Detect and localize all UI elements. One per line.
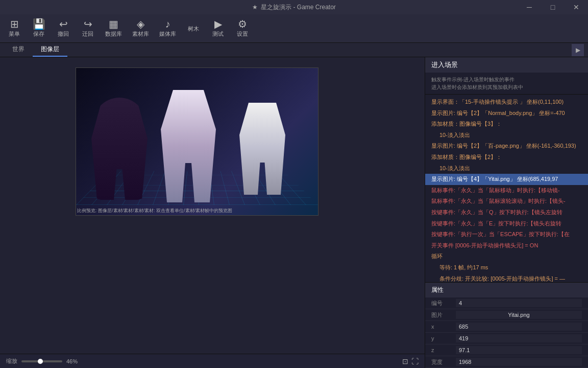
prop-label: 图片 xyxy=(431,311,456,319)
tab-arrow[interactable]: ▶ xyxy=(572,44,584,56)
toolbar-item-test[interactable]: ▶测试 xyxy=(206,17,230,40)
toolbar-label-db: 数据库 xyxy=(105,30,122,38)
toolbar-label-undo: 撤回 xyxy=(58,30,69,38)
toolbar-icon-assets: ◈ xyxy=(137,19,144,29)
zoom-bar: 缩放 46% ⊡ ⛶ xyxy=(0,354,425,368)
title-icon: ★ xyxy=(252,4,258,11)
prop-row-宽度: 宽度1968 xyxy=(425,356,588,368)
toolbar-label-assets: 素材库 xyxy=(132,30,149,38)
toolbar-item-settings[interactable]: ⚙设置 xyxy=(230,17,255,40)
event-item[interactable]: 添加材质：图像编号【3】： xyxy=(425,119,588,130)
event-item[interactable]: 循环 xyxy=(425,251,588,262)
zoom-fullscreen-icon[interactable]: ⛶ xyxy=(411,357,419,365)
scene-desc-line1: 触发事件示例-进入场景时触发的事件 xyxy=(431,76,582,83)
tab-bar: 世界 图像层 ▶ xyxy=(0,43,588,57)
toolbar-item-menu[interactable]: ⊞菜单 xyxy=(2,17,27,40)
prop-label: y xyxy=(431,335,456,341)
event-item[interactable]: 开关事件 [0006-开始手动操作镜头元] = ON xyxy=(425,240,588,251)
scene-desc-line2: 进入场景时会添加材质到其预加载列表中 xyxy=(431,83,582,91)
properties-header: 属性 xyxy=(425,283,588,297)
toolbar-label-test: 测试 xyxy=(212,30,224,38)
prop-label: z xyxy=(431,347,456,353)
prop-row-y: y419 xyxy=(425,333,588,344)
event-item[interactable]: 10-淡入淡出 xyxy=(425,163,588,174)
close-button[interactable]: ✕ xyxy=(565,0,588,14)
toolbar-icon-settings: ⚙ xyxy=(238,19,247,29)
prop-row-图片: 图片Yitai.png xyxy=(425,309,588,321)
event-item[interactable]: 10-淡入淡出 xyxy=(425,130,588,141)
preview-label: 比例预览: 图像层/素材/素材/素材/素材: 双击查看单位/素材/素材帧中的预览… xyxy=(77,208,317,214)
toolbar-item-redo[interactable]: ↪迁回 xyxy=(76,17,100,40)
event-item[interactable]: 显示图片: 编号【2】「百-page.png」 坐标(-161,-360,193… xyxy=(425,141,588,152)
toolbar-icon-save: 💾 xyxy=(33,19,45,29)
event-item[interactable]: 添加材质：图像编号【2】： xyxy=(425,152,588,163)
toolbar-item-undo[interactable]: ↩撤回 xyxy=(51,17,76,40)
preview-inner: 比例预览: 图像层/素材/素材/素材/素材: 双击查看单位/素材/素材帧中的预览… xyxy=(76,68,318,215)
window-title: 星之旋演示 - Game Creator xyxy=(261,3,336,12)
maximize-button[interactable]: □ xyxy=(541,0,565,14)
prop-label: 宽度 xyxy=(431,358,456,366)
toolbar-item-save[interactable]: 💾保存 xyxy=(27,17,51,40)
zoom-icons: ⊡ ⛶ xyxy=(402,357,419,365)
toolbar-label-media: 媒体库 xyxy=(159,30,176,38)
prop-value[interactable]: 97.1 xyxy=(456,346,582,354)
toolbar-label-menu: 菜单 xyxy=(9,30,20,38)
toolbar-icon-undo: ↩ xyxy=(59,19,68,29)
event-item[interactable]: 显示图片: 编号【2】「Normal_body.png」 坐标=-470 xyxy=(425,108,588,119)
event-item[interactable]: 按键事件:「执行一次」当「ESCAPE」按下时执行:【在 xyxy=(425,229,588,240)
main-area: 比例预览: 图像层/素材/素材/素材/素材: 双击查看单位/素材/素材帧中的预览… xyxy=(0,57,588,368)
canvas-background: 比例预览: 图像层/素材/素材/素材/素材: 双击查看单位/素材/素材帧中的预览… xyxy=(0,57,425,368)
events-list: 显示界面：「15-手动操作镜头提示 」 坐标(0,11,100)显示图片: 编号… xyxy=(425,95,588,282)
event-item[interactable]: 等待: 1 帧, 约17 ms xyxy=(425,262,588,273)
minimize-button[interactable]: ─ xyxy=(518,0,541,14)
zoom-percent: 46% xyxy=(66,358,78,364)
event-item[interactable]: 显示图片: 编号【4】「Yitai.png」 坐标(685,419,97 xyxy=(425,174,588,185)
scene-title: 进入场景 xyxy=(431,60,458,70)
prop-row-x: x685 xyxy=(425,321,588,333)
zoom-label: 缩放 xyxy=(6,357,17,365)
prop-label: x xyxy=(431,324,456,330)
window-controls: ─ □ ✕ xyxy=(518,0,588,14)
tab-image[interactable]: 图像层 xyxy=(33,43,67,57)
toolbar-item-tree[interactable]: 树木 xyxy=(181,22,206,35)
event-item[interactable]: 鼠标事件:「永久」当「鼠标滚轮滚动」时执行:【镜头- xyxy=(425,196,588,207)
scene-header: 进入场景 xyxy=(425,57,588,73)
prop-label: 编号 xyxy=(431,300,456,307)
event-item[interactable]: 显示界面：「15-手动操作镜头提示 」 坐标(0,11,100) xyxy=(425,97,588,108)
event-item[interactable]: 条件分歧: 开关比较: [0005-开始手动操作镜头] = — xyxy=(425,273,588,283)
prop-value[interactable]: 4 xyxy=(456,299,582,307)
prop-row-编号: 编号4 xyxy=(425,297,588,309)
toolbar: ⊞菜单💾保存↩撤回↪迁回▦数据库◈素材库♪媒体库树木▶测试⚙设置 xyxy=(0,14,588,43)
game-preview: 比例预览: 图像层/素材/素材/素材/素材: 双击查看单位/素材/素材帧中的预览… xyxy=(76,67,318,216)
toolbar-icon-db: ▦ xyxy=(109,19,118,29)
prop-value[interactable]: 1968 xyxy=(456,358,582,366)
toolbar-label-save: 保存 xyxy=(33,30,44,38)
toolbar-item-db[interactable]: ▦数据库 xyxy=(100,17,127,40)
toolbar-icon-test: ▶ xyxy=(214,19,222,29)
prop-value[interactable]: Yitai.png xyxy=(456,311,582,319)
zoom-slider[interactable] xyxy=(21,360,62,362)
toolbar-icon-media: ♪ xyxy=(165,19,170,29)
toolbar-label-redo: 迁回 xyxy=(82,30,93,38)
prop-value[interactable]: 419 xyxy=(456,334,582,342)
scene-description: 触发事件示例-进入场景时触发的事件 进入场景时会添加材质到其预加载列表中 xyxy=(425,73,588,95)
toolbar-item-assets[interactable]: ◈素材库 xyxy=(127,17,154,40)
zoom-fit-icon[interactable]: ⊡ xyxy=(402,357,408,365)
prop-value[interactable]: 685 xyxy=(456,323,582,331)
right-panel: 进入场景 触发事件示例-进入场景时触发的事件 进入场景时会添加材质到其预加载列表… xyxy=(425,57,588,368)
event-item[interactable]: 按键事件:「永久」当「E」按下时执行:【镜头右旋转 xyxy=(425,218,588,229)
tab-world[interactable]: 世界 xyxy=(4,43,33,57)
zoom-thumb[interactable] xyxy=(38,359,43,364)
prop-row-z: z97.1 xyxy=(425,344,588,356)
event-item[interactable]: 按键事件:「永久」当「Q」按下时执行:【镜头左旋转 xyxy=(425,207,588,218)
toolbar-label-settings: 设置 xyxy=(237,30,248,38)
title-bar: ★ 星之旋演示 - Game Creator ─ □ ✕ xyxy=(0,0,588,14)
toolbar-icon-menu: ⊞ xyxy=(10,19,19,29)
toolbar-item-media[interactable]: ♪媒体库 xyxy=(154,17,181,40)
canvas-area: 比例预览: 图像层/素材/素材/素材/素材: 双击查看单位/素材/素材帧中的预览… xyxy=(0,57,425,368)
properties-panel: 属性 编号4图片Yitai.pngx685y419z97.1宽度1968 xyxy=(425,282,588,368)
toolbar-icon-redo: ↪ xyxy=(84,19,92,29)
event-item[interactable]: 鼠标事件:「永久」当「鼠标移动」时执行:【移动镜- xyxy=(425,185,588,196)
toolbar-label-tree: 树木 xyxy=(188,25,199,33)
